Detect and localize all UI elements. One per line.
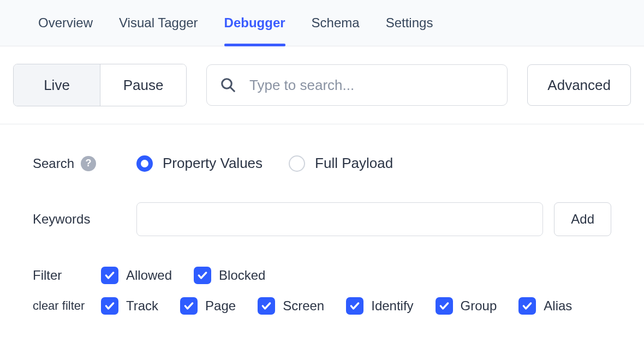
checkbox-page[interactable]: Page [180,297,236,315]
checkbox-allowed[interactable]: Allowed [101,267,172,284]
search-icon [220,77,236,93]
filter-label: Filter [33,268,101,283]
checkbox-label: Screen [283,298,324,314]
search-input[interactable] [249,77,494,94]
check-icon [346,297,363,315]
checkbox-label: Blocked [219,268,265,283]
checkbox-screen[interactable]: Screen [258,297,324,315]
keywords-label: Keywords [33,212,136,227]
tab-overview[interactable]: Overview [38,0,93,46]
radio-full-payload[interactable]: Full Payload [289,155,393,172]
check-icon [436,297,453,315]
check-icon [101,297,118,315]
checkbox-label: Track [126,298,158,314]
type-checks: Track Page Screen Identify Group [101,297,572,315]
filter-status-row: Filter Allowed Blocked [33,267,611,284]
help-icon[interactable]: ? [81,156,96,171]
checkbox-identify[interactable]: Identify [346,297,413,315]
add-keyword-button[interactable]: Add [554,202,611,236]
advanced-button[interactable]: Advanced [527,64,631,106]
tab-debugger[interactable]: Debugger [224,0,285,46]
checkbox-track[interactable]: Track [101,297,158,315]
radio-label: Property Values [163,155,263,172]
check-icon [180,297,198,315]
checkbox-blocked[interactable]: Blocked [194,267,265,284]
main-nav: Overview Visual Tagger Debugger Schema S… [0,0,644,46]
live-button[interactable]: Live [14,64,100,106]
radio-indicator [136,155,153,172]
checkbox-label: Identify [371,298,413,314]
checkbox-label: Allowed [126,268,172,283]
checkbox-label: Page [205,298,236,314]
checkbox-label: Alias [544,298,572,314]
tab-settings[interactable]: Settings [386,0,433,46]
filters-block: Filter Allowed Blocked clear filter [33,267,611,315]
keywords-row: Keywords Add [33,202,611,236]
check-icon [518,297,536,315]
check-icon [258,297,275,315]
radio-property-values[interactable]: Property Values [136,155,263,172]
checkbox-group[interactable]: Group [436,297,497,315]
keywords-input[interactable] [136,202,543,236]
checkbox-alias[interactable]: Alias [518,297,572,315]
search-mode-row: Search ? Property Values Full Payload [33,155,611,172]
search-label-text: Search [33,156,74,171]
stream-toggle: Live Pause [13,64,187,106]
clear-filter-link[interactable]: clear filter [33,299,101,313]
search-mode-group: Property Values Full Payload [136,155,393,172]
search-box[interactable] [206,64,508,106]
advanced-panel: Search ? Property Values Full Payload Ke… [0,124,644,315]
radio-label: Full Payload [315,155,393,172]
radio-indicator [289,155,305,172]
tab-visual-tagger[interactable]: Visual Tagger [119,0,198,46]
status-checks: Allowed Blocked [101,267,265,284]
filter-types-row: clear filter Track Page Screen Identify [33,297,611,315]
tab-schema[interactable]: Schema [312,0,360,46]
svg-line-1 [230,87,235,92]
search-label: Search ? [33,156,136,171]
check-icon [194,267,211,284]
pause-button[interactable]: Pause [100,64,186,106]
check-icon [101,267,118,284]
debugger-toolbar: Live Pause Advanced [0,46,644,124]
checkbox-label: Group [461,298,497,314]
